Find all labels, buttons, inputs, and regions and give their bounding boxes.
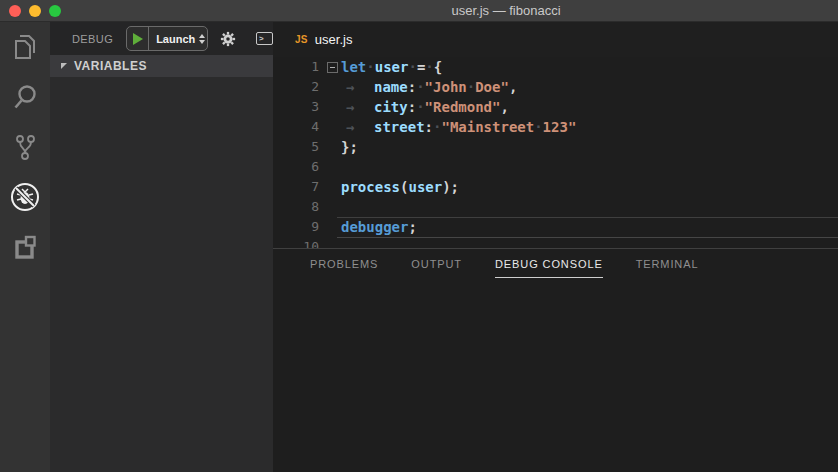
- debug-view-label: DEBUG: [72, 33, 113, 45]
- variables-section-body: [50, 77, 273, 472]
- panel-tab-terminal[interactable]: TERMINAL: [636, 258, 699, 278]
- fold-column: [319, 237, 341, 248]
- activity-bar: [0, 22, 50, 472]
- line-text: →city:·"Redmond",: [341, 97, 509, 117]
- window-title: user.js — fibonacci: [451, 0, 560, 21]
- activity-explorer[interactable]: [0, 22, 50, 72]
- bug-slash-icon: [10, 182, 40, 212]
- line-text: process(user);: [341, 177, 459, 197]
- editor-area: JS user.js 1let·user·=·{2→name:·"John·Do…: [273, 22, 838, 472]
- line-number: 7: [273, 177, 319, 197]
- line-text: };: [341, 137, 358, 157]
- fold-column: [319, 177, 341, 197]
- fold-column: [319, 117, 341, 137]
- code-line-4[interactable]: 4→street:·"Mainstreet·123": [273, 117, 838, 137]
- gear-icon: [220, 31, 236, 47]
- fold-column: [319, 77, 341, 97]
- fold-column: [319, 97, 341, 117]
- code-line-1[interactable]: 1let·user·=·{: [273, 57, 838, 77]
- fold-collapse-icon[interactable]: [327, 62, 338, 73]
- line-text: →street:·"Mainstreet·123": [341, 117, 576, 137]
- line-text: debugger;: [341, 217, 417, 237]
- line-number: 2: [273, 77, 319, 97]
- files-icon: [12, 33, 38, 61]
- debug-toolbar: DEBUG Launch: [50, 22, 273, 55]
- code-line-3[interactable]: 3→city:·"Redmond",: [273, 97, 838, 117]
- git-branch-icon: [12, 133, 38, 161]
- code-line-7[interactable]: 7process(user);: [273, 177, 838, 197]
- open-console-button[interactable]: >: [256, 32, 273, 45]
- panel-tab-output[interactable]: OUTPUT: [411, 258, 462, 278]
- line-number: 9: [273, 217, 319, 237]
- code-editor[interactable]: 1let·user·=·{2→name:·"John·Doe",3→city:·…: [273, 57, 838, 248]
- panel-tab-problems[interactable]: PROBLEMS: [310, 258, 378, 278]
- line-number: 6: [273, 157, 319, 177]
- start-debug-button[interactable]: [133, 33, 143, 45]
- activity-debug[interactable]: [0, 172, 50, 222]
- code-line-9[interactable]: 9debugger;: [273, 217, 838, 237]
- fold-column: [319, 217, 341, 237]
- fold-column: [319, 137, 341, 157]
- variables-section-header[interactable]: VARIABLES: [50, 55, 273, 77]
- line-number: 3: [273, 97, 319, 117]
- code-line-6[interactable]: 6: [273, 157, 838, 177]
- line-number: 1: [273, 57, 319, 77]
- bottom-panel: PROBLEMSOUTPUTDEBUG CONSOLETERMINAL: [273, 248, 838, 472]
- titlebar[interactable]: user.js — fibonacci: [0, 0, 838, 22]
- fold-column: [319, 197, 341, 217]
- search-icon: [12, 83, 38, 111]
- fold-column: [319, 57, 341, 77]
- code-line-8[interactable]: 8: [273, 197, 838, 217]
- code-lines: 1let·user·=·{2→name:·"John·Doe",3→city:·…: [273, 57, 838, 248]
- traffic-lights: [9, 5, 61, 17]
- sidebar-debug-view: DEBUG Launch: [50, 22, 273, 472]
- code-line-10[interactable]: 10: [273, 237, 838, 248]
- zoom-button[interactable]: [49, 5, 61, 17]
- divider: [148, 27, 149, 50]
- js-file-icon: JS: [295, 34, 308, 45]
- collapse-triangle-icon: [61, 63, 67, 69]
- console-prompt-icon: >: [259, 35, 264, 43]
- launch-config-control: Launch: [126, 26, 208, 51]
- code-line-2[interactable]: 2→name:·"John·Doe",: [273, 77, 838, 97]
- vscode-window: user.js — fibonacci: [0, 0, 838, 472]
- editor-tabbar: JS user.js: [273, 22, 838, 57]
- minimize-button[interactable]: [29, 5, 41, 17]
- fold-column: [319, 157, 341, 177]
- activity-source-control[interactable]: [0, 122, 50, 172]
- line-text: →name:·"John·Doe",: [341, 77, 517, 97]
- configure-gear-button[interactable]: [220, 31, 236, 47]
- section-label: VARIABLES: [74, 59, 147, 73]
- extensions-icon: [12, 233, 38, 261]
- line-number: 10: [273, 237, 319, 248]
- line-number: 4: [273, 117, 319, 137]
- panel-tab-debug-console[interactable]: DEBUG CONSOLE: [495, 258, 603, 278]
- line-number: 5: [273, 137, 319, 157]
- panel-tabs: PROBLEMSOUTPUTDEBUG CONSOLETERMINAL: [273, 249, 838, 278]
- line-number: 8: [273, 197, 319, 217]
- activity-search[interactable]: [0, 72, 50, 122]
- tab-user-js[interactable]: JS user.js: [273, 22, 352, 57]
- activity-extensions[interactable]: [0, 222, 50, 272]
- chevron-updown-icon[interactable]: [199, 34, 205, 44]
- line-text: let·user·=·{: [341, 57, 442, 77]
- close-button[interactable]: [9, 5, 21, 17]
- code-line-5[interactable]: 5};: [273, 137, 838, 157]
- tab-title: user.js: [315, 32, 353, 47]
- launch-config-select[interactable]: Launch: [156, 33, 195, 45]
